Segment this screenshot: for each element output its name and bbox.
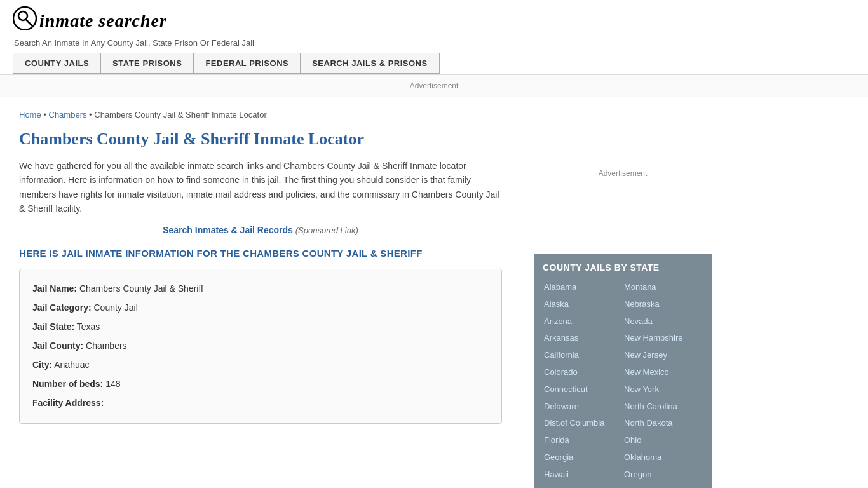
jail-state-value: Texas [77, 322, 100, 332]
county-jails-by-state: COUNTY JAILS BY STATE AlabamaAlaskaArizo… [534, 254, 712, 488]
state-link[interactable]: Ohio [623, 432, 703, 449]
state-link[interactable]: Nebraska [623, 296, 703, 313]
jail-category-value: County Jail [93, 302, 137, 313]
state-link[interactable]: Dist.of Columbia [543, 415, 623, 432]
jail-info-box: Jail Name: Chambers County Jail & Sherif… [19, 269, 502, 424]
state-link[interactable]: Arkansas [543, 330, 623, 347]
main-content: Home • Chambers • Chambers County Jail &… [0, 97, 521, 488]
state-link[interactable]: Nevada [623, 313, 703, 330]
nav-county-jails[interactable]: COUNTY JAILS [13, 53, 101, 74]
state-link[interactable]: Montana [623, 279, 703, 296]
city-field: City: Anahuac [32, 356, 489, 374]
state-link[interactable]: Georgia [543, 449, 623, 466]
header: inmate searcher Search An Inmate In Any … [0, 0, 868, 74]
page-description: We have gathered for you all the availab… [19, 159, 502, 216]
breadcrumb-home[interactable]: Home [19, 110, 41, 119]
county-jails-heading: COUNTY JAILS BY STATE [543, 262, 703, 273]
state-link[interactable]: Arizona [543, 313, 623, 330]
state-link[interactable]: Alaska [543, 296, 623, 313]
state-link[interactable]: New Jersey [623, 347, 703, 364]
state-link[interactable]: Alabama [543, 279, 623, 296]
states-col1: AlabamaAlaskaArizonaArkansasCaliforniaCo… [543, 279, 623, 488]
breadcrumb: Home • Chambers • Chambers County Jail &… [19, 110, 502, 119]
info-heading: HERE IS JAIL INMATE INFORMATION FOR THE … [19, 248, 502, 259]
main-layout: Home • Chambers • Chambers County Jail &… [0, 97, 868, 488]
address-label: Facility Address: [32, 398, 104, 408]
state-link[interactable]: Delaware [543, 398, 623, 416]
site-tagline: Search An Inmate In Any County Jail, Sta… [13, 38, 855, 48]
nav-federal-prisons[interactable]: FEDERAL PRISONS [193, 53, 301, 74]
state-link[interactable]: Idaho [543, 484, 623, 488]
jail-category-field: Jail Category: County Jail [32, 299, 489, 316]
beds-value: 148 [105, 379, 120, 389]
nav-search-jails[interactable]: SEARCH JAILS & PRISONS [300, 53, 439, 74]
jail-name-label: Jail Name: [32, 283, 77, 294]
state-link[interactable]: California [543, 347, 623, 364]
state-link[interactable]: New Mexico [623, 364, 703, 381]
sidebar: Advertisement COUNTY JAILS BY STATE Alab… [521, 97, 724, 488]
state-link[interactable]: Pennsylvania [623, 484, 703, 488]
beds-label: Number of beds: [32, 379, 103, 389]
breadcrumb-sep1: • [43, 110, 46, 119]
jail-county-label: Jail County: [32, 341, 83, 351]
state-link[interactable]: Oklahoma [623, 449, 703, 466]
state-link[interactable]: New Hampshire [623, 330, 703, 347]
city-label: City: [32, 360, 52, 370]
state-link[interactable]: Florida [543, 432, 623, 449]
top-ad-bar: Advertisement [0, 75, 868, 97]
breadcrumb-current: Chambers County Jail & Sheriff Inmate Lo… [94, 110, 266, 119]
jail-name-value: Chambers County Jail & Sheriff [79, 283, 203, 294]
jail-state-field: Jail State: Texas [32, 318, 489, 336]
jail-county-field: Jail County: Chambers [32, 337, 489, 355]
jail-state-label: Jail State: [32, 322, 74, 332]
beds-field: Number of beds: 148 [32, 375, 489, 393]
state-link[interactable]: Hawaii [543, 466, 623, 484]
page-title: Chambers County Jail & Sheriff Inmate Lo… [19, 130, 502, 149]
nav-state-prisons[interactable]: STATE PRISONS [100, 53, 194, 74]
state-link[interactable]: North Carolina [623, 398, 703, 416]
states-col2: MontanaNebraskaNevadaNew HampshireNew Je… [623, 279, 703, 488]
city-value: Anahuac [54, 360, 89, 370]
state-link[interactable]: Oregon [623, 466, 703, 484]
sidebar-ad: Advertisement [534, 104, 712, 243]
jail-county-value: Chambers [86, 341, 127, 351]
state-link[interactable]: Connecticut [543, 381, 623, 398]
logo-icon [13, 6, 37, 36]
site-logo[interactable]: inmate searcher [39, 11, 167, 31]
main-nav: COUNTY JAILS STATE PRISONS FEDERAL PRISO… [13, 53, 855, 74]
states-grid: AlabamaAlaskaArizonaArkansasCaliforniaCo… [543, 279, 703, 488]
address-field: Facility Address: [32, 394, 489, 412]
state-link[interactable]: New York [623, 381, 703, 398]
jail-category-label: Jail Category: [32, 302, 92, 313]
breadcrumb-chambers[interactable]: Chambers [49, 110, 87, 119]
jail-name-field: Jail Name: Chambers County Jail & Sherif… [32, 280, 489, 297]
state-link[interactable]: Colorado [543, 364, 623, 381]
search-inmates-link[interactable]: Search Inmates & Jail Records [163, 225, 293, 235]
state-link[interactable]: North Dakota [623, 415, 703, 432]
search-link-area: Search Inmates & Jail Records (Sponsored… [19, 225, 502, 235]
logo-area: inmate searcher [13, 6, 855, 36]
sponsored-text: (Sponsored Link) [295, 226, 358, 235]
